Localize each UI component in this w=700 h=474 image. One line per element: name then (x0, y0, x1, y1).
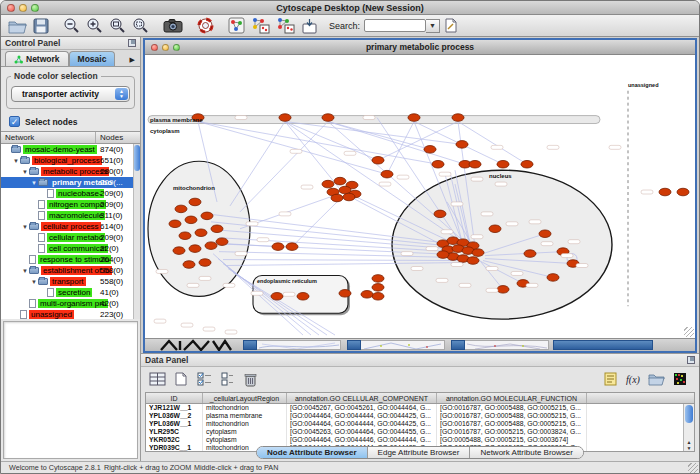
network-node[interactable] (497, 286, 509, 294)
network-canvas[interactable]: plasma membrane cytoplasm mitochondrion … (145, 55, 695, 338)
zoom-fit-button[interactable] (107, 16, 128, 35)
column-header[interactable]: annotation.GO CELLULAR_COMPONENT (286, 393, 436, 403)
save-session-button[interactable] (31, 16, 51, 35)
network-node[interactable] (372, 293, 384, 301)
window-resize-grip[interactable] (688, 463, 698, 473)
network-node[interactable] (183, 261, 195, 269)
network-node[interactable] (297, 293, 309, 301)
unselect-attributes-button[interactable] (217, 370, 237, 388)
tree-scrollbar[interactable] (133, 144, 140, 319)
tab-scroll-right-button[interactable]: ▶ (130, 56, 138, 66)
network-node[interactable] (339, 290, 351, 298)
tree-row[interactable]: ▼primary metabo209(... (1, 177, 133, 188)
tab-mosaic[interactable]: Mosaic (69, 51, 116, 66)
network-node[interactable] (169, 220, 181, 228)
formula-button[interactable]: f(x) (623, 370, 643, 388)
tab-network-attribute-browser[interactable]: Network Attribute Browser (469, 447, 582, 458)
tree-row[interactable]: multi-organism pro42(0) (1, 298, 133, 309)
tab-network[interactable]: Network (5, 51, 69, 66)
network-node[interactable] (659, 188, 671, 196)
table-row[interactable]: YPL036W__2plasma membrane[GO:0044464, GO… (146, 412, 694, 420)
tree-row[interactable]: unassigned223(0) (1, 309, 133, 319)
network-node[interactable] (467, 257, 479, 265)
network-node[interactable] (271, 293, 283, 301)
tab-edge-attribute-browser[interactable]: Edge Attribute Browser (367, 447, 470, 458)
birdseye-view[interactable] (3, 321, 138, 459)
tree-row[interactable]: secretion41(0) (1, 287, 133, 298)
network-node[interactable] (456, 141, 468, 149)
network-node[interactable] (424, 146, 436, 154)
layout-selected-button[interactable] (274, 16, 297, 35)
search-config-button[interactable] (441, 16, 461, 35)
table-row[interactable]: YPL036W__1mitochondrion[GO:0044464, GO:0… (146, 420, 694, 428)
network-node[interactable] (489, 225, 501, 233)
tree-scrollbar-thumb[interactable] (134, 145, 140, 171)
tree-row[interactable]: response to stimulu264(0) (1, 254, 133, 265)
network-node[interactable] (189, 245, 201, 253)
network-node[interactable] (179, 232, 191, 240)
network-node[interactable] (381, 170, 393, 178)
attribute-table-button[interactable] (147, 370, 168, 388)
network-node[interactable] (334, 177, 346, 185)
minimized-window-button[interactable] (451, 340, 465, 350)
expand-arrow-icon[interactable]: ▼ (30, 180, 38, 186)
table-row[interactable]: YLR295Ccytoplasm[GO:0045263, GO:0044464,… (146, 428, 694, 436)
network-node[interactable] (322, 180, 334, 188)
network-node[interactable] (189, 198, 201, 206)
expand-arrow-icon[interactable]: ▼ (21, 268, 29, 274)
open-session-button[interactable] (6, 16, 29, 35)
table-row[interactable]: YKR052Ccytoplasm[GO:0044464, GO:0044446,… (146, 436, 694, 444)
minimized-window-button[interactable] (347, 340, 361, 350)
tree-row[interactable]: cellular metabo209(0) (1, 232, 133, 243)
network-node[interactable] (524, 250, 536, 258)
tree-row[interactable]: mosaic-demo-yeast874(0) (1, 144, 133, 155)
expand-arrow-icon[interactable]: ▼ (21, 169, 29, 175)
network-node[interactable] (279, 114, 291, 122)
network-node[interactable] (497, 160, 509, 168)
network-node[interactable] (408, 114, 420, 122)
table-row[interactable]: YJR121W__1mitochondrion[GO:0045267, GO:0… (146, 404, 694, 412)
network-node[interactable] (372, 275, 384, 283)
network-window-titlebar[interactable]: primary metabolic process (145, 40, 695, 55)
delete-attribute-button[interactable] (240, 370, 260, 388)
network-node[interactable] (469, 160, 481, 168)
minimized-window-button[interactable] (553, 340, 653, 350)
network-node[interactable] (175, 205, 187, 213)
search-input[interactable] (364, 19, 426, 32)
network-node[interactable] (322, 114, 334, 122)
network-node[interactable] (211, 225, 223, 233)
heatmap-button[interactable] (670, 370, 690, 388)
network-node[interactable] (185, 216, 197, 224)
network-node[interactable] (539, 230, 551, 238)
new-attribute-button[interactable] (171, 370, 191, 388)
node-color-combobox[interactable]: transporter activity ▲▼ (11, 86, 130, 102)
expand-arrow-icon[interactable]: ▼ (21, 224, 29, 230)
expand-arrow-icon[interactable]: ▼ (12, 158, 20, 164)
column-header[interactable]: annotation.GO MOLECULAR_FUNCTION (436, 393, 586, 403)
network-node[interactable] (201, 212, 213, 220)
network-node[interactable] (331, 194, 343, 202)
network-node[interactable] (272, 243, 284, 251)
vizmapper-button[interactable] (226, 16, 247, 35)
float-panel-icon[interactable] (687, 356, 695, 364)
tab-node-attribute-browser[interactable]: Node Attribute Browser (257, 447, 367, 458)
select-nodes-checkbox[interactable]: ✓ (9, 116, 20, 127)
network-node[interactable] (205, 242, 217, 250)
network-node[interactable] (432, 160, 444, 168)
tree-row[interactable]: ▼transport558(0) (1, 276, 133, 287)
network-node[interactable] (372, 284, 384, 292)
table-scrollbar[interactable]: ▲▼ (683, 404, 694, 451)
network-node[interactable] (677, 188, 689, 196)
tree-row[interactable]: macromolecule311(0) (1, 210, 133, 221)
select-attributes-button[interactable] (194, 370, 214, 388)
zoom-in-button[interactable] (84, 16, 105, 35)
tree-row[interactable]: ▼metabolic process280(0) (1, 166, 133, 177)
network-node[interactable] (343, 193, 355, 201)
network-node[interactable] (472, 249, 484, 257)
network-node[interactable] (286, 243, 298, 251)
network-node[interactable] (195, 229, 207, 237)
tree-row[interactable]: nucleobase-209(0) (1, 188, 133, 199)
float-panel-icon[interactable] (128, 39, 136, 47)
network-node[interactable] (434, 210, 446, 218)
network-node[interactable] (452, 114, 464, 122)
